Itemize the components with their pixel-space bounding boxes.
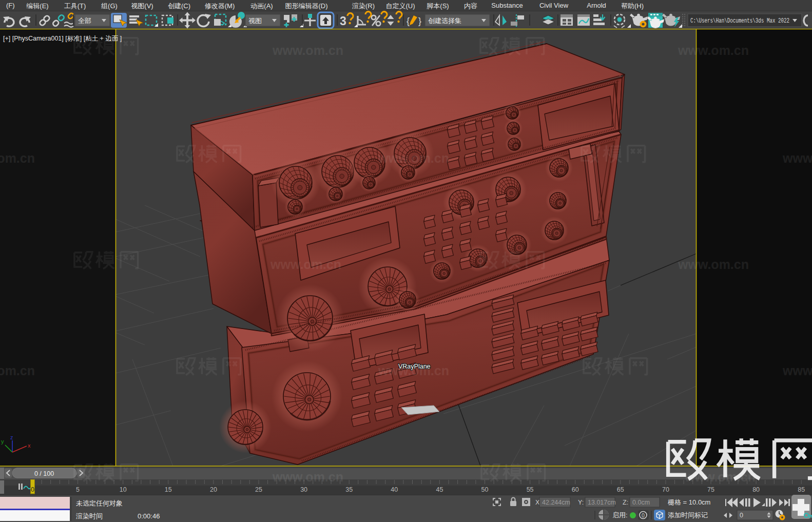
svg-text:www.om.cn: www.om.cn — [0, 151, 35, 165]
svg-text:www.om.cn: www.om.cn — [378, 151, 449, 165]
svg-text:www.om.cn: www.om.cn — [782, 363, 812, 378]
svg-text:www.om.cn: www.om.cn — [0, 363, 35, 378]
svg-text:www.om.cn: www.om.cn — [272, 43, 343, 57]
svg-text:www.om.cn: www.om.cn — [678, 43, 749, 57]
svg-text:www.om.cn: www.om.cn — [678, 257, 749, 272]
svg-text:www.om.cn: www.om.cn — [272, 470, 343, 484]
svg-text:www.om.cn: www.om.cn — [782, 151, 812, 165]
svg-text:www.om.cn: www.om.cn — [378, 363, 449, 378]
svg-text:www.om.cn: www.om.cn — [270, 257, 341, 272]
